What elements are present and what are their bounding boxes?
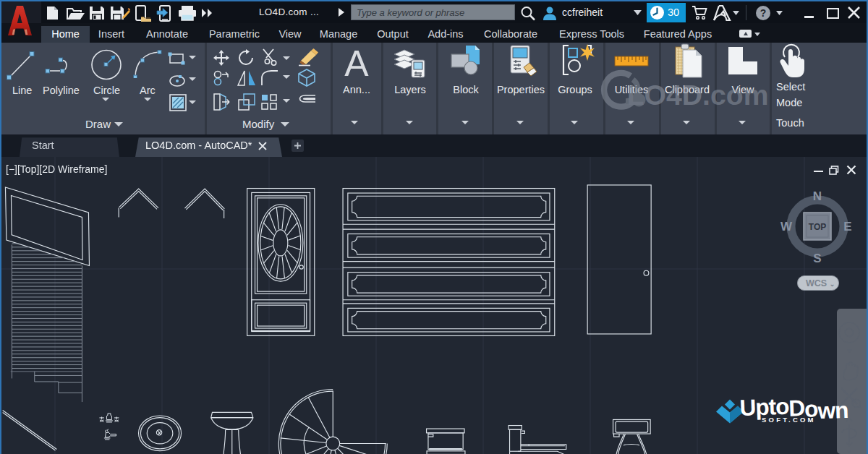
svg-text:TOP: TOP bbox=[809, 222, 826, 232]
svg-text:SOFT.COM: SOFT.COM bbox=[762, 416, 816, 424]
svg-text:E: E bbox=[843, 220, 851, 234]
svg-text:S: S bbox=[813, 252, 821, 264]
svg-text:W: W bbox=[780, 220, 793, 234]
svg-text:N: N bbox=[813, 189, 822, 203]
svg-text:?: ? bbox=[760, 7, 767, 19]
